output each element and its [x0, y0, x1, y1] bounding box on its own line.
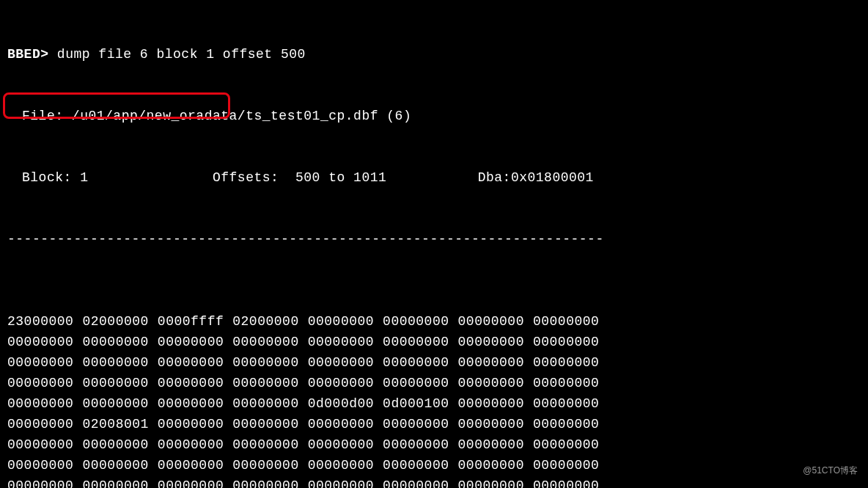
- hex-cell: 00000000: [383, 455, 449, 476]
- hex-cell: 00000000: [458, 373, 524, 393]
- command-text: dump file 6 block 1 offset 500: [57, 47, 306, 62]
- hex-cell: 00000000: [82, 476, 148, 488]
- hex-cell: 00000000: [383, 434, 449, 455]
- hex-cell: 00000000: [458, 476, 524, 488]
- prompt-label: BBED>: [7, 47, 49, 62]
- hex-cell: 00000000: [383, 352, 449, 373]
- hex-cell: 00000000: [533, 434, 599, 455]
- hex-cell: 00000000: [308, 434, 374, 455]
- hex-cell: 00000000: [232, 455, 298, 476]
- hex-cell: 00000000: [533, 455, 599, 476]
- hex-cell: 00000000: [533, 393, 599, 414]
- hex-cell: 00000000: [458, 332, 524, 352]
- hex-cell: 00000000: [7, 434, 73, 455]
- block-label: Block:: [22, 170, 72, 185]
- hex-cell: 00000000: [308, 332, 374, 352]
- hex-cell: 00000000: [458, 434, 524, 455]
- separator-dashes: ----------------------------------------…: [7, 229, 861, 250]
- hex-row: 0000000000000000000000000000000000000000…: [7, 455, 861, 476]
- hex-cell: 00000000: [7, 476, 73, 488]
- hex-cell: 00000000: [458, 393, 524, 414]
- hex-cell: 00000000: [533, 332, 599, 352]
- hex-row: 23000000020000000000ffff0200000000000000…: [7, 311, 861, 332]
- dba-label: Dba:: [478, 170, 511, 185]
- hex-cell: 00000000: [308, 352, 374, 373]
- hex-cell: 00000000: [383, 332, 449, 352]
- hex-cell: 00000000: [232, 373, 298, 393]
- hex-row: 0000000000000000000000000000000000000000…: [7, 332, 861, 352]
- hex-cell: 00000000: [232, 476, 298, 488]
- hex-cell: 00000000: [308, 455, 374, 476]
- hex-cell: 00000000: [533, 414, 599, 434]
- offsets-label: Offsets:: [213, 170, 279, 185]
- hex-cell: 0d000d00: [308, 393, 374, 414]
- hex-cell: 00000000: [7, 373, 73, 393]
- hex-row: 0000000000000000000000000000000000000000…: [7, 476, 861, 488]
- hex-cell: 00000000: [232, 414, 298, 434]
- hex-cell: 00000000: [308, 373, 374, 393]
- hex-row: 0000000000000000000000000000000000000000…: [7, 352, 861, 373]
- hex-row: 0000000000000000000000000000000000000000…: [7, 373, 861, 393]
- command-line: BBED> dump file 6 block 1 offset 500: [7, 44, 861, 65]
- hex-cell: 00000000: [232, 434, 298, 455]
- hex-cell: 02000000: [82, 311, 148, 332]
- file-num: (6): [386, 109, 411, 123]
- hex-cell: 02000000: [232, 311, 298, 332]
- hex-row: 0000000000000000000000000000000000000000…: [7, 434, 861, 455]
- hex-cell: 00000000: [158, 414, 224, 434]
- hex-cell: 00000000: [158, 476, 224, 488]
- hex-cell: 00000000: [458, 455, 524, 476]
- hex-row: 0000000002008001000000000000000000000000…: [7, 414, 861, 434]
- hex-cell: 02008001: [82, 414, 148, 434]
- terminal: BBED> dump file 6 block 1 offset 500 Fil…: [0, 0, 868, 488]
- hex-cell: 00000000: [7, 414, 73, 434]
- hex-cell: 00000000: [533, 373, 599, 393]
- hex-cell: 0000ffff: [158, 311, 224, 332]
- hex-cell: 00000000: [82, 393, 148, 414]
- hex-cell: 00000000: [308, 476, 374, 488]
- hex-cell: 00000000: [7, 455, 73, 476]
- hex-cell: 00000000: [383, 311, 449, 332]
- hex-cell: 00000000: [383, 414, 449, 434]
- dba-value: 0x01800001: [511, 170, 594, 185]
- file-path: /u01/app/new_oradata/ts_test01_cp.dbf: [72, 109, 378, 123]
- hex-cell: 00000000: [458, 311, 524, 332]
- file-label: File:: [22, 109, 64, 123]
- hex-cell: 00000000: [82, 434, 148, 455]
- hex-cell: 00000000: [82, 455, 148, 476]
- hex-cell: 00000000: [383, 373, 449, 393]
- hex-cell: 00000000: [158, 455, 224, 476]
- hex-cell: 00000000: [232, 352, 298, 373]
- hex-row: 000000000000000000000000000000000d000d00…: [7, 393, 861, 414]
- hex-cell: 00000000: [158, 393, 224, 414]
- block-line: Block: 1 Offsets: 500 to 1011 Dba:0x0180…: [7, 167, 861, 188]
- hex-cell: 00000000: [158, 373, 224, 393]
- hex-cell: 00000000: [533, 352, 599, 373]
- hex-cell: 0d000100: [383, 393, 449, 414]
- watermark: @51CTO博客: [803, 460, 858, 481]
- hex-cell: 00000000: [7, 393, 73, 414]
- hex-cell: 00000000: [158, 434, 224, 455]
- hex-cell: 00000000: [158, 332, 224, 352]
- offsets-value: 500 to 1011: [295, 170, 386, 185]
- hex-cell: 00000000: [82, 373, 148, 393]
- hex-cell: 00000000: [82, 352, 148, 373]
- hex-cell: 00000000: [308, 414, 374, 434]
- hex-cell: 00000000: [533, 476, 599, 488]
- hex-cell: 00000000: [232, 393, 298, 414]
- file-line: File: /u01/app/new_oradata/ts_test01_cp.…: [7, 106, 861, 126]
- hex-cell: 00000000: [7, 332, 73, 352]
- hex-cell: 00000000: [308, 311, 374, 332]
- hex-cell: 00000000: [533, 311, 599, 332]
- hex-cell: 00000000: [458, 414, 524, 434]
- hex-cell: 00000000: [158, 352, 224, 373]
- hex-cell: 23000000: [7, 311, 73, 332]
- hex-cell: 00000000: [232, 332, 298, 352]
- hex-cell: 00000000: [383, 476, 449, 488]
- block-num: 1: [80, 170, 88, 185]
- hex-cell: 00000000: [458, 352, 524, 373]
- hex-cell: 00000000: [82, 332, 148, 352]
- hex-cell: 00000000: [7, 352, 73, 373]
- hex-dump: 23000000020000000000ffff0200000000000000…: [7, 311, 861, 488]
